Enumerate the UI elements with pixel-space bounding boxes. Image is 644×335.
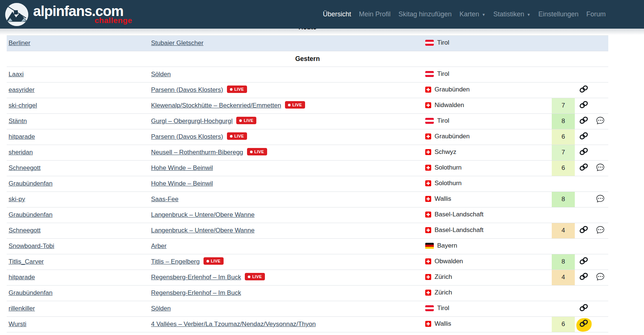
content-area: HeuteBerlinerStubaier GletscherTirolGest… [7, 20, 608, 332]
skiday-row: StäntnGurgl – Obergurgl-HochgurglLIVETir… [7, 113, 608, 129]
user-link[interactable]: hitparade [9, 133, 35, 140]
nav-item-mein-profil[interactable]: Mein Profil [359, 10, 391, 18]
resort-link[interactable]: Arber [151, 242, 167, 249]
resort-link[interactable]: Stubaier Gletscher [151, 39, 204, 46]
resort-link[interactable]: Klewenalp/Stockhütte – Beckenried/Emmett… [151, 102, 281, 109]
resort-link[interactable]: Sölden [151, 305, 171, 312]
skiday-link-button[interactable] [579, 226, 588, 233]
switzerland-flag-icon [425, 321, 431, 327]
nav-item-skitag-hinzuf-gen[interactable]: Skitag hinzufügen [398, 10, 452, 18]
austria-flag-icon [425, 71, 434, 77]
rating-cell: 4 [552, 270, 575, 285]
user-link[interactable]: Graubündenfan [9, 180, 52, 187]
user-link[interactable]: Graubündenfan [9, 289, 52, 296]
nav-item-karten[interactable]: Karten▼ [459, 10, 486, 18]
user-link[interactable]: Graubündenfan [9, 211, 52, 218]
user-link[interactable]: Titlis_Carver [9, 258, 44, 265]
user-link[interactable]: Wursti [9, 320, 26, 328]
comment-button[interactable] [596, 194, 604, 202]
live-badge-label: LIVE [234, 87, 244, 91]
user-link[interactable]: Schneegott [9, 164, 41, 171]
resort-link[interactable]: Regensberg-Erlenhof – Im Buck [151, 289, 241, 296]
germany-flag-icon [425, 243, 434, 249]
rating-cell [552, 82, 575, 98]
region-cell: Wallis [425, 195, 451, 203]
resort-link[interactable]: Neusell – Rothenthurm-Biberegg [151, 149, 243, 156]
skiday-link-button[interactable] [579, 148, 588, 155]
skiday-link-button[interactable] [579, 116, 588, 124]
comment-button[interactable] [596, 163, 604, 171]
region-cell: Obwalden [425, 258, 463, 265]
skiday-row: easyriderParsenn (Davos Klosters)LIVEGra… [7, 82, 608, 98]
switzerland-flag-icon [425, 258, 431, 264]
chevron-down-icon: ▼ [482, 13, 486, 17]
skiday-link-button[interactable] [579, 132, 588, 140]
user-link[interactable]: Stäntn [9, 117, 27, 125]
region-cell: Tirol [425, 70, 449, 78]
resort-link[interactable]: Hohe Winde – Beinwil [151, 180, 213, 187]
region-label: Graubünden [435, 133, 470, 140]
user-link[interactable]: Laaxi [9, 71, 24, 78]
skiday-link-button[interactable] [579, 273, 588, 280]
comment-button[interactable] [596, 273, 604, 280]
region-label: Bayern [437, 242, 457, 249]
nav-item--bersicht[interactable]: Übersicht [323, 10, 351, 18]
resort-link[interactable]: Langenbruck – Untere/Obere Wanne [151, 227, 254, 234]
region-label: Wallis [435, 195, 451, 203]
region-label: Schwyz [435, 148, 456, 156]
comment-button[interactable] [596, 226, 604, 233]
region-cell: Graubünden [425, 133, 470, 140]
user-link[interactable]: hitparade [9, 274, 35, 281]
nav-item-einstellungen[interactable]: Einstellungen [538, 10, 579, 18]
resort-link[interactable]: Regensberg-Erlenhof – Im Buck [151, 274, 241, 281]
user-link[interactable]: Berliner [9, 39, 31, 46]
skiday-row: sheridanNeusell – Rothenthurm-BibereggLI… [7, 145, 608, 160]
resort-link[interactable]: Titlis – Engelberg [151, 258, 200, 265]
live-badge: LIVE [204, 257, 224, 265]
brand[interactable]: alpinfans.com challenge [5, 3, 124, 26]
live-dot-icon [239, 119, 242, 122]
region-label: Tirol [437, 70, 449, 78]
resort-link[interactable]: Saas-Fee [151, 196, 179, 203]
skiday-link-button[interactable] [579, 163, 588, 171]
user-link[interactable]: Snowboard-Tobi [9, 242, 54, 249]
section-header-row: Gestern [7, 51, 608, 67]
resort-link[interactable]: Sölden [151, 71, 171, 78]
rating-cell [552, 35, 575, 51]
nav-item-label: Karten [459, 10, 479, 18]
user-link[interactable]: easyrider [9, 86, 35, 93]
region-label: Tirol [437, 305, 449, 312]
rating-cell [552, 285, 575, 301]
resort-link[interactable]: Hohe Winde – Beinwil [151, 164, 213, 171]
resort-link[interactable]: Gurgl – Obergurgl-Hochgurgl [151, 117, 233, 125]
comment-button[interactable] [596, 116, 604, 124]
region-label: Wallis [435, 320, 451, 328]
resort-link[interactable]: Parsenn (Davos Klosters) [151, 86, 223, 93]
user-link[interactable]: sheridan [9, 149, 33, 156]
user-link[interactable]: ski-py [9, 196, 25, 203]
chevron-down-icon: ▼ [527, 13, 531, 17]
skiday-link-button[interactable] [579, 101, 588, 109]
nav-item-label: Mein Profil [359, 10, 391, 18]
resort-link[interactable]: 4 Vallées – Verbier/La Tzoumaz/Nendaz/Ve… [151, 320, 316, 328]
user-link[interactable]: ski-chrigel [9, 102, 37, 109]
switzerland-flag-icon [425, 87, 431, 93]
user-link[interactable]: rillenkiller [9, 305, 35, 312]
resort-link[interactable]: Parsenn (Davos Klosters) [151, 133, 223, 140]
live-badge-label: LIVE [292, 103, 302, 107]
skiday-link-button[interactable] [579, 85, 588, 93]
user-link[interactable]: Schneegott [9, 227, 41, 234]
skiday-link-button[interactable] [579, 257, 588, 265]
rating-cell [552, 238, 575, 254]
rating-cell: 7 [552, 145, 575, 160]
region-cell: Graubünden [425, 86, 470, 93]
nav-item-forum[interactable]: Forum [586, 10, 606, 18]
rating-cell [552, 176, 575, 191]
speech-bubble-dots-icon [596, 116, 604, 124]
region-label: Basel-Landschaft [435, 211, 483, 218]
skiday-link-button[interactable] [579, 319, 588, 327]
resort-link[interactable]: Langenbruck – Untere/Obere Wanne [151, 211, 254, 218]
region-cell: Tirol [425, 39, 449, 46]
nav-item-statistiken[interactable]: Statistiken▼ [493, 10, 531, 18]
skiday-link-button[interactable] [579, 304, 588, 312]
